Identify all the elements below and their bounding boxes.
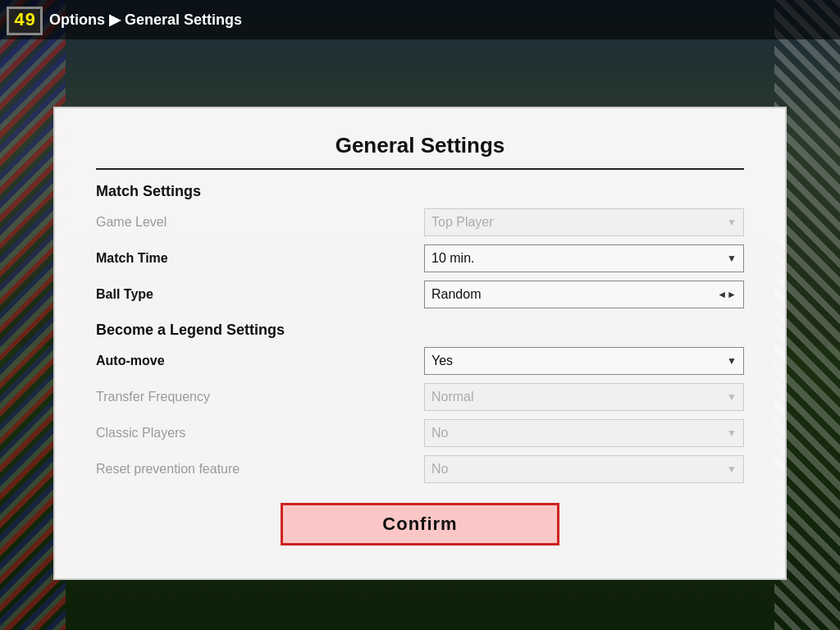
reset-prevention-arrow-icon: ▼ — [727, 463, 737, 475]
game-level-row: Game Level Top Player ▼ — [96, 208, 744, 236]
reset-prevention-value: No — [431, 462, 448, 477]
settings-panel: General Settings Match Settings Game Lev… — [53, 107, 787, 580]
top-navigation: Options ▶ General Settings — [0, 0, 840, 39]
panel-title: General Settings — [96, 133, 744, 170]
transfer-frequency-label: Transfer Frequency — [96, 390, 260, 404]
match-time-value: 10 min. — [431, 251, 474, 266]
auto-move-row: Auto-move Yes ▼ — [96, 347, 744, 375]
game-level-control: Top Player ▼ — [424, 208, 744, 236]
ball-type-label: Ball Type — [96, 287, 260, 302]
ball-type-value: Random — [431, 287, 481, 302]
match-time-label: Match Time — [96, 251, 260, 266]
score-badge: 49 — [7, 7, 43, 35]
classic-players-value: No — [431, 426, 448, 441]
classic-players-label: Classic Players — [96, 426, 260, 441]
transfer-frequency-control: Normal ▼ — [424, 383, 744, 411]
game-level-label: Game Level — [96, 215, 260, 230]
match-settings-header: Match Settings — [96, 183, 744, 200]
classic-players-arrow-icon: ▼ — [727, 427, 737, 439]
auto-move-arrow-icon: ▼ — [727, 355, 737, 367]
classic-players-control: No ▼ — [424, 419, 744, 447]
ball-type-row: Ball Type Random ◄► — [96, 281, 744, 308]
reset-prevention-label: Reset prevention feature — [96, 462, 260, 477]
match-time-row: Match Time 10 min. ▼ — [96, 244, 744, 272]
ball-type-control[interactable]: Random ◄► — [424, 281, 744, 308]
confirm-button[interactable]: Confirm — [281, 503, 559, 546]
game-level-value: Top Player — [431, 215, 494, 230]
match-time-arrow-icon: ▼ — [727, 253, 737, 264]
score-value: 49 — [14, 11, 35, 31]
auto-move-value: Yes — [431, 354, 453, 368]
reset-prevention-row: Reset prevention feature No ▼ — [96, 455, 744, 483]
breadcrumb: Options ▶ General Settings — [49, 11, 242, 29]
match-time-control[interactable]: 10 min. ▼ — [424, 244, 744, 272]
auto-move-label: Auto-move — [96, 354, 260, 368]
transfer-frequency-arrow-icon: ▼ — [727, 391, 737, 403]
become-legend-header: Become a Legend Settings — [96, 322, 744, 339]
transfer-frequency-row: Transfer Frequency Normal ▼ — [96, 383, 744, 411]
auto-move-control[interactable]: Yes ▼ — [424, 347, 744, 375]
game-level-arrow-icon: ▼ — [727, 217, 737, 228]
ball-type-lr-icons: ◄► — [717, 289, 737, 300]
transfer-frequency-value: Normal — [431, 390, 474, 404]
reset-prevention-control: No ▼ — [424, 455, 744, 483]
classic-players-row: Classic Players No ▼ — [96, 419, 744, 447]
